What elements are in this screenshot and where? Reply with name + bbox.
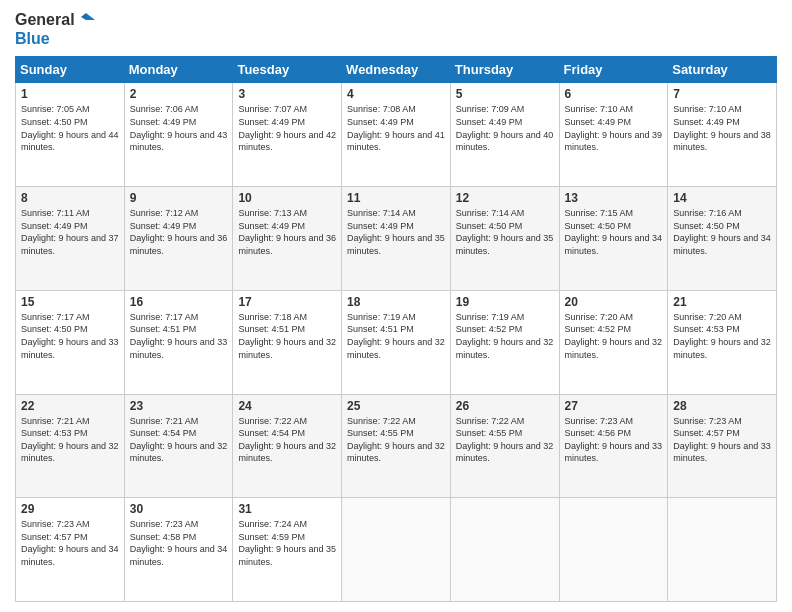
day-number: 12 xyxy=(456,191,554,205)
weekday-header: Monday xyxy=(124,57,233,83)
day-info: Sunrise: 7:14 AMSunset: 4:49 PMDaylight:… xyxy=(347,207,445,257)
day-number: 1 xyxy=(21,87,119,101)
day-number: 26 xyxy=(456,399,554,413)
day-info: Sunrise: 7:15 AMSunset: 4:50 PMDaylight:… xyxy=(565,207,663,257)
logo-bird-icon xyxy=(77,11,95,29)
weekday-header: Sunday xyxy=(16,57,125,83)
calendar-cell: 11Sunrise: 7:14 AMSunset: 4:49 PMDayligh… xyxy=(342,187,451,291)
day-number: 29 xyxy=(21,502,119,516)
calendar-week-row: 8Sunrise: 7:11 AMSunset: 4:49 PMDaylight… xyxy=(16,187,777,291)
day-number: 11 xyxy=(347,191,445,205)
calendar-cell: 19Sunrise: 7:19 AMSunset: 4:52 PMDayligh… xyxy=(450,290,559,394)
day-number: 8 xyxy=(21,191,119,205)
day-number: 10 xyxy=(238,191,336,205)
calendar-cell xyxy=(668,498,777,602)
page-container: General Blue SundayMondayTuesdayWednesda… xyxy=(0,0,792,612)
logo: General Blue xyxy=(15,10,95,48)
day-number: 15 xyxy=(21,295,119,309)
calendar-cell: 23Sunrise: 7:21 AMSunset: 4:54 PMDayligh… xyxy=(124,394,233,498)
day-info: Sunrise: 7:07 AMSunset: 4:49 PMDaylight:… xyxy=(238,103,336,153)
day-info: Sunrise: 7:10 AMSunset: 4:49 PMDaylight:… xyxy=(565,103,663,153)
calendar-cell xyxy=(450,498,559,602)
calendar-cell: 8Sunrise: 7:11 AMSunset: 4:49 PMDaylight… xyxy=(16,187,125,291)
weekday-header: Saturday xyxy=(668,57,777,83)
day-info: Sunrise: 7:05 AMSunset: 4:50 PMDaylight:… xyxy=(21,103,119,153)
weekday-header: Thursday xyxy=(450,57,559,83)
calendar-cell: 28Sunrise: 7:23 AMSunset: 4:57 PMDayligh… xyxy=(668,394,777,498)
day-info: Sunrise: 7:23 AMSunset: 4:57 PMDaylight:… xyxy=(21,518,119,568)
day-info: Sunrise: 7:10 AMSunset: 4:49 PMDaylight:… xyxy=(673,103,771,153)
calendar-cell: 2Sunrise: 7:06 AMSunset: 4:49 PMDaylight… xyxy=(124,83,233,187)
day-number: 19 xyxy=(456,295,554,309)
weekday-header-row: SundayMondayTuesdayWednesdayThursdayFrid… xyxy=(16,57,777,83)
calendar-cell: 9Sunrise: 7:12 AMSunset: 4:49 PMDaylight… xyxy=(124,187,233,291)
day-number: 23 xyxy=(130,399,228,413)
day-number: 31 xyxy=(238,502,336,516)
day-info: Sunrise: 7:21 AMSunset: 4:54 PMDaylight:… xyxy=(130,415,228,465)
day-info: Sunrise: 7:06 AMSunset: 4:49 PMDaylight:… xyxy=(130,103,228,153)
day-info: Sunrise: 7:12 AMSunset: 4:49 PMDaylight:… xyxy=(130,207,228,257)
day-info: Sunrise: 7:23 AMSunset: 4:58 PMDaylight:… xyxy=(130,518,228,568)
calendar-cell: 20Sunrise: 7:20 AMSunset: 4:52 PMDayligh… xyxy=(559,290,668,394)
day-info: Sunrise: 7:19 AMSunset: 4:52 PMDaylight:… xyxy=(456,311,554,361)
weekday-header: Tuesday xyxy=(233,57,342,83)
calendar-cell: 6Sunrise: 7:10 AMSunset: 4:49 PMDaylight… xyxy=(559,83,668,187)
calendar-cell: 13Sunrise: 7:15 AMSunset: 4:50 PMDayligh… xyxy=(559,187,668,291)
day-info: Sunrise: 7:24 AMSunset: 4:59 PMDaylight:… xyxy=(238,518,336,568)
calendar-week-row: 29Sunrise: 7:23 AMSunset: 4:57 PMDayligh… xyxy=(16,498,777,602)
day-info: Sunrise: 7:18 AMSunset: 4:51 PMDaylight:… xyxy=(238,311,336,361)
day-number: 25 xyxy=(347,399,445,413)
day-number: 9 xyxy=(130,191,228,205)
day-number: 27 xyxy=(565,399,663,413)
page-header: General Blue xyxy=(15,10,777,48)
day-number: 4 xyxy=(347,87,445,101)
day-number: 20 xyxy=(565,295,663,309)
calendar-cell: 22Sunrise: 7:21 AMSunset: 4:53 PMDayligh… xyxy=(16,394,125,498)
logo-svg: General Blue xyxy=(15,10,95,48)
day-number: 5 xyxy=(456,87,554,101)
calendar-cell: 5Sunrise: 7:09 AMSunset: 4:49 PMDaylight… xyxy=(450,83,559,187)
calendar-cell xyxy=(559,498,668,602)
calendar-cell: 3Sunrise: 7:07 AMSunset: 4:49 PMDaylight… xyxy=(233,83,342,187)
calendar-cell: 12Sunrise: 7:14 AMSunset: 4:50 PMDayligh… xyxy=(450,187,559,291)
day-number: 18 xyxy=(347,295,445,309)
calendar-cell: 27Sunrise: 7:23 AMSunset: 4:56 PMDayligh… xyxy=(559,394,668,498)
day-info: Sunrise: 7:11 AMSunset: 4:49 PMDaylight:… xyxy=(21,207,119,257)
calendar-cell: 17Sunrise: 7:18 AMSunset: 4:51 PMDayligh… xyxy=(233,290,342,394)
day-info: Sunrise: 7:14 AMSunset: 4:50 PMDaylight:… xyxy=(456,207,554,257)
day-info: Sunrise: 7:22 AMSunset: 4:55 PMDaylight:… xyxy=(456,415,554,465)
calendar-cell: 29Sunrise: 7:23 AMSunset: 4:57 PMDayligh… xyxy=(16,498,125,602)
calendar-cell: 16Sunrise: 7:17 AMSunset: 4:51 PMDayligh… xyxy=(124,290,233,394)
day-number: 6 xyxy=(565,87,663,101)
calendar-cell: 26Sunrise: 7:22 AMSunset: 4:55 PMDayligh… xyxy=(450,394,559,498)
svg-marker-1 xyxy=(81,13,86,20)
calendar-cell xyxy=(342,498,451,602)
calendar-cell: 21Sunrise: 7:20 AMSunset: 4:53 PMDayligh… xyxy=(668,290,777,394)
svg-marker-0 xyxy=(86,13,95,20)
day-info: Sunrise: 7:22 AMSunset: 4:55 PMDaylight:… xyxy=(347,415,445,465)
calendar-cell: 1Sunrise: 7:05 AMSunset: 4:50 PMDaylight… xyxy=(16,83,125,187)
calendar-week-row: 1Sunrise: 7:05 AMSunset: 4:50 PMDaylight… xyxy=(16,83,777,187)
calendar: SundayMondayTuesdayWednesdayThursdayFrid… xyxy=(15,56,777,602)
calendar-cell: 30Sunrise: 7:23 AMSunset: 4:58 PMDayligh… xyxy=(124,498,233,602)
day-number: 16 xyxy=(130,295,228,309)
day-number: 14 xyxy=(673,191,771,205)
calendar-cell: 4Sunrise: 7:08 AMSunset: 4:49 PMDaylight… xyxy=(342,83,451,187)
weekday-header: Wednesday xyxy=(342,57,451,83)
day-info: Sunrise: 7:08 AMSunset: 4:49 PMDaylight:… xyxy=(347,103,445,153)
calendar-cell: 24Sunrise: 7:22 AMSunset: 4:54 PMDayligh… xyxy=(233,394,342,498)
calendar-cell: 10Sunrise: 7:13 AMSunset: 4:49 PMDayligh… xyxy=(233,187,342,291)
weekday-header: Friday xyxy=(559,57,668,83)
day-number: 3 xyxy=(238,87,336,101)
calendar-week-row: 22Sunrise: 7:21 AMSunset: 4:53 PMDayligh… xyxy=(16,394,777,498)
day-number: 24 xyxy=(238,399,336,413)
calendar-table: SundayMondayTuesdayWednesdayThursdayFrid… xyxy=(15,56,777,602)
calendar-cell: 7Sunrise: 7:10 AMSunset: 4:49 PMDaylight… xyxy=(668,83,777,187)
day-info: Sunrise: 7:13 AMSunset: 4:49 PMDaylight:… xyxy=(238,207,336,257)
day-number: 28 xyxy=(673,399,771,413)
day-number: 21 xyxy=(673,295,771,309)
day-info: Sunrise: 7:22 AMSunset: 4:54 PMDaylight:… xyxy=(238,415,336,465)
calendar-cell: 15Sunrise: 7:17 AMSunset: 4:50 PMDayligh… xyxy=(16,290,125,394)
calendar-cell: 18Sunrise: 7:19 AMSunset: 4:51 PMDayligh… xyxy=(342,290,451,394)
day-info: Sunrise: 7:19 AMSunset: 4:51 PMDaylight:… xyxy=(347,311,445,361)
